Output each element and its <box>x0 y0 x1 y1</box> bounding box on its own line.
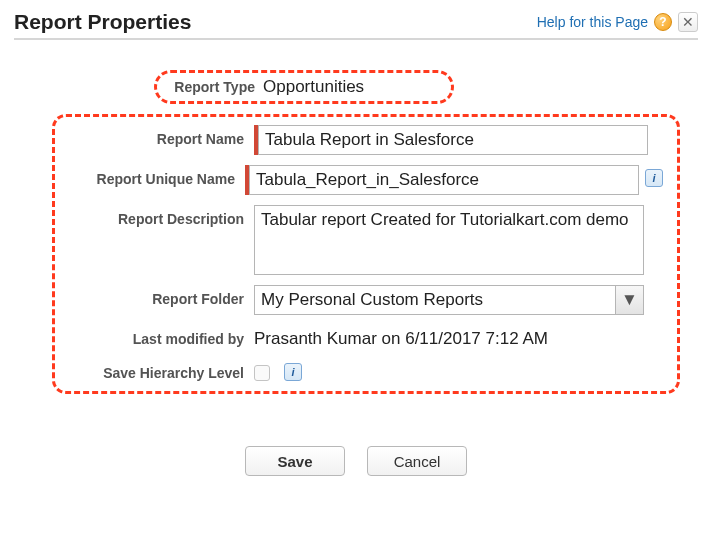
row-report-folder: Report Folder My Personal Custom Reports… <box>59 285 663 315</box>
chevron-down-icon: ▼ <box>615 286 643 314</box>
report-folder-selected: My Personal Custom Reports <box>255 290 489 310</box>
dialog-content: Report Type Opportunities Report Name Re… <box>14 70 698 476</box>
save-hierarchy-checkbox[interactable] <box>254 365 270 381</box>
report-name-label: Report Name <box>59 125 254 147</box>
report-type-highlight: Report Type Opportunities <box>154 70 454 104</box>
report-unique-name-label: Report Unique Name <box>59 165 245 187</box>
cancel-button[interactable]: Cancel <box>367 446 467 476</box>
save-hierarchy-label: Save Hierarchy Level <box>59 359 254 381</box>
row-report-name: Report Name <box>59 125 663 155</box>
report-unique-name-input[interactable] <box>249 165 639 195</box>
dialog-title: Report Properties <box>14 10 191 34</box>
report-type-label: Report Type <box>163 79 263 95</box>
form-highlight: Report Name Report Unique Name i Report … <box>52 114 680 394</box>
report-description-label: Report Description <box>59 205 254 227</box>
report-type-value: Opportunities <box>263 77 364 97</box>
titlebar-actions: Help for this Page ? ✕ <box>537 12 698 32</box>
row-save-hierarchy: Save Hierarchy Level i <box>59 359 663 381</box>
save-button[interactable]: Save <box>245 446 345 476</box>
report-description-input[interactable]: Tabular report Created for Tutorialkart.… <box>254 205 644 275</box>
help-link[interactable]: Help for this Page <box>537 14 648 30</box>
row-report-description: Report Description Tabular report Create… <box>59 205 663 275</box>
close-icon[interactable]: ✕ <box>678 12 698 32</box>
row-last-modified: Last modified by Prasanth Kumar on 6/11/… <box>59 325 663 349</box>
info-icon[interactable]: i <box>645 169 663 187</box>
report-properties-dialog: Report Properties Help for this Page ? ✕… <box>0 0 712 544</box>
report-name-input[interactable] <box>258 125 648 155</box>
row-report-unique-name: Report Unique Name i <box>59 165 663 195</box>
last-modified-value: Prasanth Kumar on 6/11/2017 7:12 AM <box>254 325 548 349</box>
help-icon[interactable]: ? <box>654 13 672 31</box>
button-bar: Save Cancel <box>14 446 698 476</box>
titlebar: Report Properties Help for this Page ? ✕ <box>14 10 698 40</box>
report-folder-select[interactable]: My Personal Custom Reports ▼ <box>254 285 644 315</box>
info-icon[interactable]: i <box>284 363 302 381</box>
last-modified-label: Last modified by <box>59 325 254 347</box>
report-folder-label: Report Folder <box>59 285 254 307</box>
